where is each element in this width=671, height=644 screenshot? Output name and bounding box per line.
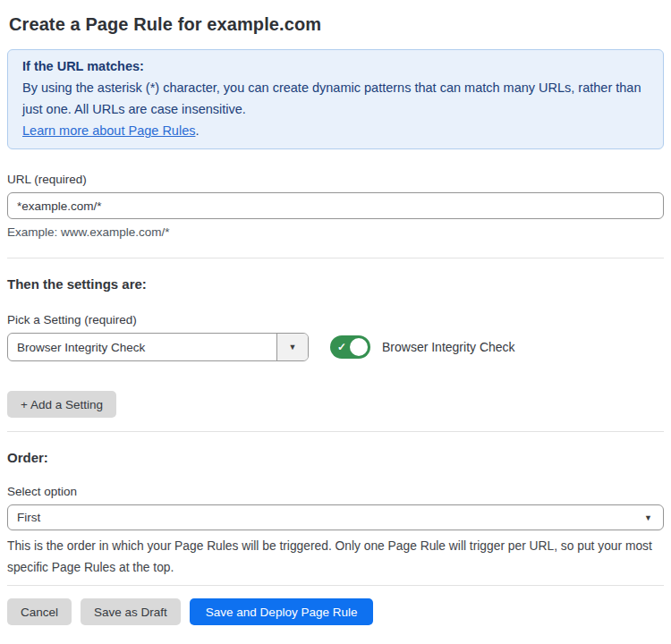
order-select[interactable]: First ▼: [7, 504, 664, 530]
setting-row: Browser Integrity Check ▼ ✓ Browser Inte…: [7, 333, 664, 361]
order-select-label: Select option: [7, 485, 664, 498]
add-setting-button[interactable]: + Add a Setting: [7, 391, 116, 418]
toggle-label: Browser Integrity Check: [382, 340, 515, 354]
page-title: Create a Page Rule for example.com: [9, 14, 664, 35]
info-box-body: By using the asterisk (*) character, you…: [22, 77, 649, 120]
browser-integrity-toggle[interactable]: ✓: [330, 335, 370, 359]
toggle-knob: [350, 338, 368, 356]
divider-before-footer: [7, 585, 664, 586]
learn-more-link[interactable]: Learn more about Page Rules: [22, 123, 195, 138]
save-as-draft-button[interactable]: Save as Draft: [81, 598, 181, 625]
page-rule-form: Create a Page Rule for example.com If th…: [0, 0, 671, 625]
order-section-heading: Order:: [7, 450, 664, 465]
info-box-heading: If the URL matches:: [22, 55, 649, 77]
link-suffix: .: [195, 123, 199, 138]
divider-after-settings: [7, 431, 664, 432]
url-input[interactable]: [7, 192, 664, 219]
chevron-down-icon: ▼: [644, 513, 652, 522]
setting-select-arrow-button[interactable]: ▼: [276, 334, 308, 360]
chevron-down-icon: ▼: [289, 343, 297, 352]
divider-after-url: [7, 258, 664, 258]
footer-actions: Cancel Save as Draft Save and Deploy Pag…: [7, 598, 664, 625]
cancel-button[interactable]: Cancel: [7, 598, 72, 625]
order-select-value: First: [17, 511, 40, 524]
url-field-label: URL (required): [7, 173, 664, 186]
pick-setting-label: Pick a Setting (required): [7, 313, 664, 326]
url-example-helper: Example: www.example.com/*: [7, 225, 664, 239]
settings-section-heading: Then the settings are:: [7, 276, 664, 292]
url-match-info-box: If the URL matches: By using the asteris…: [7, 49, 664, 149]
check-icon: ✓: [337, 341, 346, 353]
order-helper-text: This is the order in which your Page Rul…: [7, 536, 662, 579]
setting-select[interactable]: Browser Integrity Check ▼: [7, 333, 309, 361]
info-box-link-line: Learn more about Page Rules.: [22, 120, 649, 141]
setting-select-value: Browser Integrity Check: [8, 334, 276, 360]
save-and-deploy-button[interactable]: Save and Deploy Page Rule: [190, 598, 374, 625]
